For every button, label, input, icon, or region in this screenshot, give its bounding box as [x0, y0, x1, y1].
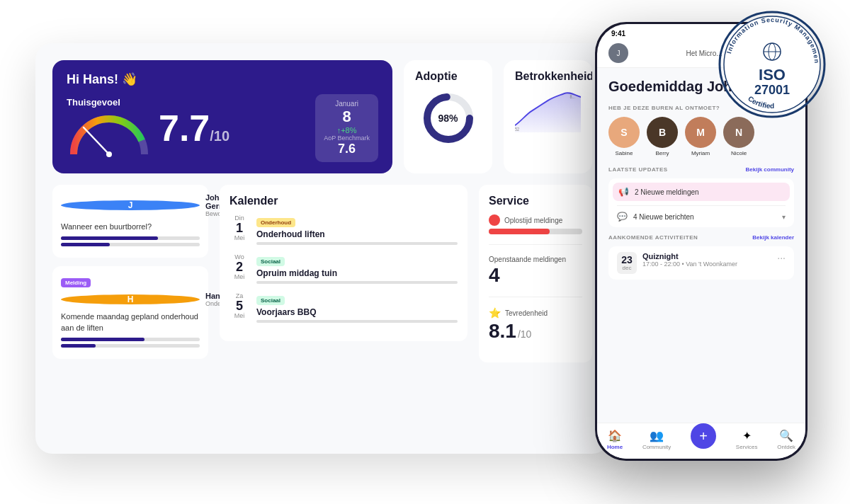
- service-label-1: Oplostijd meldinge: [504, 216, 562, 225]
- avatar-hans: H: [61, 294, 200, 304]
- kalender-title: Kalender: [230, 195, 458, 207]
- neighbor-avatar-nicole: N: [723, 117, 754, 148]
- gauge-svg: [67, 112, 152, 157]
- feed-bar-2b: [61, 344, 200, 348]
- services-icon: ✦: [742, 429, 752, 442]
- bench-val2: 7.6: [324, 142, 370, 156]
- update-count-meldingen: 2 Nieuwe meldingen: [635, 188, 699, 196]
- kal-event-1: Onderhoud liften: [256, 229, 458, 239]
- bench-label: AoP Benchmark: [324, 134, 370, 142]
- service-title: Service: [489, 195, 582, 207]
- feed-text-1: Wanneer een buurtborrel?: [61, 222, 200, 232]
- bench-month: Januari: [324, 100, 370, 108]
- service-val-2: 4: [489, 264, 582, 287]
- activity-options-icon[interactable]: ···: [777, 252, 786, 263]
- service-icon-red: [489, 214, 500, 226]
- hi-title: Hi Hans! 👋: [67, 71, 378, 87]
- activity-date-box: 23 dec: [617, 252, 637, 274]
- benchmark-box: Januari 8 ↑+8% AoP Benchmark 7.6: [315, 94, 378, 162]
- updates-link[interactable]: Bekijk community: [746, 166, 794, 173]
- update-count-berichten: 4 Nieuwe berichten: [633, 213, 694, 221]
- svg-text:ISO: ISO: [759, 66, 786, 84]
- betrokkenheid-widget: Betrokkenheid 52 8...: [504, 60, 592, 173]
- updates-card: 📢 2 Nieuwe meldingen 💬 4 Nieuwe berichte…: [608, 178, 794, 227]
- status-time: 9:41: [611, 30, 625, 38]
- nav-services[interactable]: ✦ Services: [736, 429, 758, 450]
- kal-date-3: Za 5 Mei: [230, 292, 249, 319]
- service-item-3: ⭐ Tevredenheid 8.1 /10: [489, 307, 582, 343]
- service-val-3: 8.1: [489, 320, 516, 343]
- act-name: Quiznight: [642, 252, 771, 260]
- act-info: Quiznight 17:00 - 22:00 • Van 't Woonkam…: [642, 252, 771, 268]
- feed-column: J Johannes Gerritsen Bewoner Wanneer een…: [52, 185, 208, 367]
- activities-label: AANKOMENDE ACTIVITEITEN: [608, 234, 698, 241]
- service-item-2: Openstaande meldingen 4: [489, 255, 582, 287]
- service-widget: Service Oplostijd meldinge: [479, 185, 592, 362]
- activity-quiznight: 23 dec Quiznight 17:00 - 22:00 • Van 't …: [617, 252, 786, 274]
- neighbor-myriam: M Myriam: [685, 117, 716, 156]
- ontdek-icon: 🔍: [779, 429, 793, 442]
- update-berichten[interactable]: 💬 4 Nieuwe berichten ▾: [608, 206, 794, 227]
- phone-header-avatar: J: [608, 43, 628, 63]
- service-item-1: Oplostijd meldinge: [489, 214, 582, 234]
- avatar-johannes: J: [61, 200, 200, 210]
- kal-bar-1: [256, 242, 458, 245]
- activities-card: 23 dec Quiznight 17:00 - 22:00 • Van 't …: [608, 246, 794, 280]
- update-icon-meldingen: 📢: [618, 187, 629, 197]
- service-divider-1: [489, 244, 582, 245]
- svg-text:52: 52: [515, 126, 519, 132]
- neighbor-sabine: S Sabine: [608, 117, 640, 156]
- neighbor-avatar-myriam: M: [685, 117, 716, 148]
- kal-event-2: Opruim middag tuin: [256, 268, 458, 278]
- donut-container: 98%: [420, 90, 477, 147]
- act-day: 23: [621, 255, 633, 265]
- kal-bar-2: [256, 281, 458, 284]
- neighbor-name-berry: Berry: [655, 150, 669, 156]
- feed-bar-2a: [61, 338, 200, 341]
- community-icon: 👥: [650, 429, 664, 442]
- update-meldingen[interactable]: 📢 2 Nieuwe meldingen: [613, 183, 790, 201]
- phone-content: Goedemiddag Johannes! HEB JE DEZE BUREN …: [597, 68, 805, 423]
- updates-section-header: LAATSTE UPDATES Bekijk community: [608, 166, 794, 173]
- service-column: Service Oplostijd meldinge: [479, 185, 592, 367]
- kal-info-3: Sociaal Voorjaars BBQ: [256, 292, 458, 323]
- neighbor-name-nicole: Nicole: [731, 150, 747, 156]
- neighbors-row: S Sabine B Berry M Myriam N: [608, 117, 794, 156]
- iso-badge: Information Security Management System I…: [715, 8, 829, 121]
- service-label-3: Tevredenheid: [505, 309, 548, 318]
- nav-home[interactable]: 🏠 Home: [607, 429, 623, 450]
- adoptie-widget: Adoptie 98%: [404, 60, 492, 173]
- activities-link[interactable]: Bekijk kalender: [752, 234, 794, 241]
- svg-text:8...: 8...: [570, 93, 576, 99]
- nav-label-ontdek: Ontdek: [777, 444, 795, 450]
- nav-ontdek[interactable]: 🔍 Ontdek: [777, 429, 795, 450]
- service-bar-1: [489, 229, 582, 234]
- feed-user-1: J Johannes Gerritsen Bewoner: [61, 193, 200, 217]
- kal-date-1: Din 1 Mei: [230, 214, 249, 241]
- score-suffix: /10: [210, 128, 230, 144]
- kal-tag-2: Sociaal: [256, 257, 285, 266]
- service-suffix-3: /10: [518, 328, 531, 340]
- betrokkenheid-chart: 52 8...: [515, 90, 581, 132]
- kal-tag-1: Onderhoud: [256, 218, 295, 227]
- kal-info-1: Onderhoud Onderhoud liften: [256, 214, 458, 245]
- nav-plus-button[interactable]: +: [691, 423, 716, 449]
- hi-content: Thuisgevoel: [67, 94, 378, 162]
- nav-label-home: Home: [607, 444, 623, 450]
- service-divider-2: [489, 297, 582, 297]
- updates-label: LAATSTE UPDATES: [608, 166, 668, 173]
- neighbor-avatar-sabine: S: [608, 117, 640, 148]
- kal-tag-3: Sociaal: [256, 296, 285, 305]
- scene: Hi Hans! 👋 Thuisgevoel: [35, 22, 815, 482]
- chevron-down-icon: ▾: [782, 213, 786, 221]
- update-icon-berichten: 💬: [617, 212, 628, 222]
- neighbor-nicole: N Nicole: [723, 117, 754, 156]
- gauge-label: Thuisgevoel: [67, 97, 152, 108]
- feed-bar-1a: [61, 236, 200, 240]
- kal-item-3: Za 5 Mei Sociaal Voorjaars BBQ: [230, 292, 458, 323]
- feed-text-2: Komende maandag gepland onderhoud aan de…: [61, 311, 200, 333]
- neighbor-avatar-berry: B: [647, 117, 678, 148]
- betrokkenheid-title: Betrokkenheid: [515, 70, 581, 83]
- phone-wrapper: 9:41 📶 🔋 J Het Micro... 🔔 Goedemiddag Jo…: [595, 22, 815, 475]
- nav-community[interactable]: 👥 Community: [642, 429, 671, 450]
